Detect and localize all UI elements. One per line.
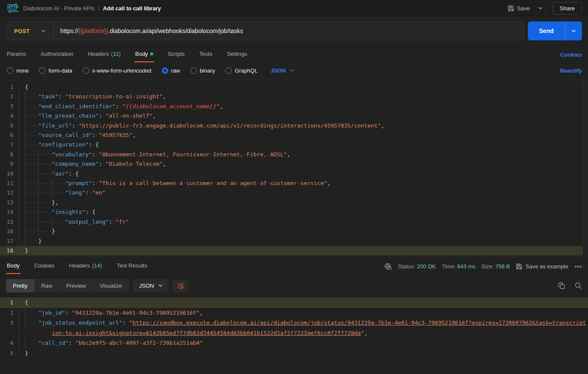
response-body-editor[interactable]: 1{2 "job_id": "9431229a-7b1e-4e01-94c3-7… [0,298,588,358]
code-token: "configuration" [38,141,88,148]
code-token: { [25,84,28,90]
code-token: "all-on-shelf" [106,113,153,119]
tab-headers[interactable]: Headers(11) [87,47,121,62]
save-options-chevron[interactable] [535,5,546,12]
response-tab-test-results[interactable]: Test Results [116,259,148,274]
indent-guide: ···· [25,102,38,111]
save-as-example-button[interactable]: Save as example [516,263,568,270]
code-token: " [216,103,220,109]
indent-guide: ···· [25,92,38,101]
radio-form-data[interactable]: form-data [39,67,73,74]
code-token: "https://public-fr3.engage.diabolocom.co… [79,122,381,129]
radio-none[interactable]: none [7,67,29,74]
line-number: 2 [0,92,19,101]
code-token: "transcription-to-ai-insight" [65,93,163,100]
send-button[interactable]: Send [528,21,565,40]
raw-language-selector[interactable]: JSON [270,67,294,74]
tab-label: Tests [199,51,212,57]
wrap-text-button[interactable] [173,280,188,292]
indent-guide: ···· [25,169,38,179]
search-response-icon[interactable] [575,282,582,289]
code-line: 18} [0,246,588,255]
raw-language-label: JSON [270,67,285,74]
breadcrumb-collection[interactable]: Diabolocom AI - Private APIs [23,5,94,12]
cookies-link[interactable]: Cookies [560,52,582,58]
code-token: , [287,151,291,158]
code-token: :· [92,151,99,158]
tab-tests[interactable]: Tests [198,47,213,62]
tab-scripts[interactable]: Scripts [167,47,186,62]
code-token: "45957835" [99,132,132,138]
radio-circle [225,67,232,74]
beautify-link[interactable]: Beautify [560,67,582,74]
indent-guide: ···· [25,140,38,149]
code-token: "output_lang" [65,219,109,225]
time-label: Time: [442,263,455,270]
tab-authorization[interactable]: Authorization [40,47,74,62]
tab-body[interactable]: Body [134,47,154,62]
code-token: :· [92,180,99,186]
tab-label: Authorization [41,51,73,57]
tab-label: Headers [88,51,109,57]
code-token: :·{ [89,141,99,148]
response-url-link[interactable]: https://sandbox.execute.diabolocom.ai/ap… [52,319,586,336]
network-globe-icon[interactable] [384,263,392,271]
code-token: "9431229a-7b1e-4e01-94c3-79895219616f" [72,310,200,316]
line-number: 11 [0,179,19,188]
line-number: 1 [0,298,19,308]
code-token: , [364,330,368,336]
indent-guide [25,318,38,328]
response-tab-body[interactable]: Body [6,259,21,274]
wrap-text-icon [177,283,184,289]
request-body-editor[interactable]: 1{2····"task":·"transcription-to-ai-insi… [0,80,588,257]
code-token: : [122,319,129,326]
view-visualize[interactable]: Visualize [93,279,129,292]
code-token: "end_client_identifier" [38,103,115,109]
view-raw[interactable]: Raw [34,279,59,292]
code-token: :· [115,103,122,109]
tab-label: Params [7,51,26,57]
url-prefix: https:// [61,27,79,34]
code-token: }, [52,199,59,206]
url-variable: {{platform}} [79,27,108,34]
code-line: 16········} [0,227,588,236]
radio-binary[interactable]: binary [191,67,215,74]
radio-x-www-form-urlencoded[interactable]: x-www-form-urlencoded [83,67,152,74]
response-tab-cookies[interactable]: Cookies [33,259,55,274]
editor-scrollbar[interactable] [582,80,588,257]
share-button[interactable]: Share [552,2,582,15]
url-input[interactable]: https://{{platform}}.diabolocom.ai/api/w… [54,27,250,34]
view-preview[interactable]: Preview [59,279,93,292]
line-number: 10 [0,169,19,179]
radio-label: x-www-form-urlencoded [92,67,152,74]
indent-guide: ···· [52,188,65,198]
tab-params[interactable]: Params [6,47,27,62]
response-tab-headers[interactable]: Headers(14) [68,259,103,274]
line-number: 15 [0,217,19,227]
breadcrumb-request-name[interactable]: Add call to call library [103,5,161,12]
code-token: } [25,247,28,254]
line-number: 5 [0,121,19,131]
code-token: , [152,113,156,119]
more-actions-icon[interactable] [574,265,582,268]
radio-raw[interactable]: raw [162,67,180,74]
code-token: , [132,132,136,138]
code-token: " [361,330,364,336]
save-button[interactable]: Save [504,3,533,14]
tab-settings[interactable]: Settings [226,47,248,62]
view-pretty[interactable]: Pretty [6,279,34,292]
code-line: 3····"end_client_identifier":·"{{diabolo… [0,102,588,111]
response-language-selector[interactable]: JSON [133,279,169,292]
code-token: , [200,310,203,316]
copy-response-icon[interactable] [558,282,565,289]
chevron-down-icon [158,284,163,287]
radio-graphql[interactable]: GraphQL [225,67,258,74]
indent-guide: ···· [25,111,38,121]
code-token: :· [99,161,106,167]
method-selector[interactable]: POST [6,22,54,40]
save-as-example-label: Save as example [525,263,568,270]
send-options-chevron[interactable] [565,21,582,40]
code-line: 8········"vocabulary":·"Abonnement·Inter… [0,150,588,159]
code-token: :· [92,132,99,138]
tab-label: Scripts [168,51,185,57]
